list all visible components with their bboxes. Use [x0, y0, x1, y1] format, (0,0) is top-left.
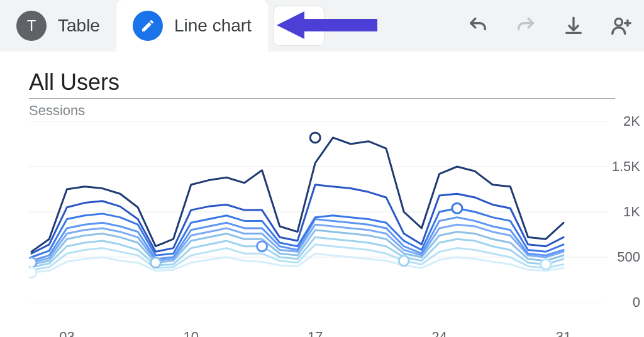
redo-button[interactable]	[513, 13, 538, 38]
tab-linechart-label: Line chart	[174, 16, 252, 36]
chart-svg	[29, 121, 620, 302]
chart-subtitle: Sessions	[29, 102, 644, 119]
download-button[interactable]	[561, 13, 586, 38]
chart-panel: All Users Sessions 2K1.5K1K5000 03Jul101…	[0, 52, 644, 329]
chart-title: All Users	[29, 69, 615, 99]
x-tick-label: 03Jul	[58, 329, 75, 337]
svg-point-10	[29, 258, 36, 268]
svg-point-8	[452, 203, 462, 213]
svg-point-9	[257, 241, 267, 251]
plus-icon: +	[292, 13, 305, 39]
y-tick-label: 0	[633, 294, 640, 311]
y-tick-label: 500	[617, 249, 640, 265]
tab-linechart[interactable]: Line chart	[116, 0, 268, 52]
svg-point-14	[29, 267, 36, 277]
svg-point-11	[150, 258, 160, 268]
toolbar: T Table Line chart +	[0, 0, 644, 52]
y-tick-label: 1.5K	[612, 158, 640, 175]
tab-table[interactable]: T Table	[0, 0, 116, 52]
table-icon: T	[16, 11, 47, 41]
x-tick-label: 17	[308, 329, 323, 337]
chart-plot[interactable]: 2K1.5K1K5000 03Jul10172431	[29, 121, 644, 329]
undo-button[interactable]	[465, 13, 491, 38]
table-icon-letter: T	[27, 17, 36, 35]
x-tick-label: 10	[184, 329, 199, 337]
add-tab-button[interactable]: +	[273, 6, 325, 46]
tab-table-label: Table	[58, 16, 100, 36]
pencil-icon	[133, 11, 163, 41]
y-tick-label: 1K	[623, 204, 640, 220]
share-person-button[interactable]	[609, 13, 634, 38]
svg-point-7	[310, 133, 320, 143]
svg-point-12	[399, 256, 409, 266]
x-tick-label: 31	[556, 329, 571, 337]
x-tick-label: 24	[431, 329, 447, 337]
y-axis-labels: 2K1.5K1K5000	[602, 121, 640, 302]
y-tick-label: 2K	[623, 113, 640, 130]
svg-point-1	[615, 19, 622, 26]
toolbar-actions	[465, 0, 639, 52]
svg-point-13	[541, 260, 551, 270]
